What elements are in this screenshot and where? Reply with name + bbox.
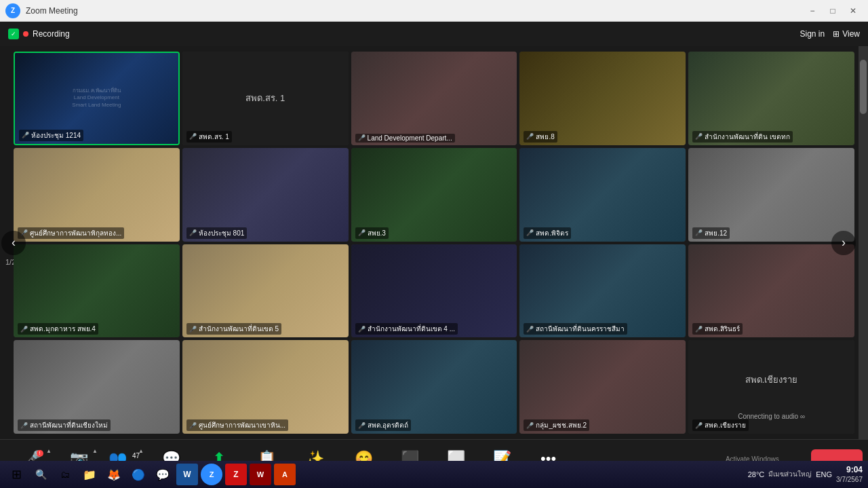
grid-icon: ⊞ bbox=[833, 29, 840, 39]
participant-label-18: 🎤 สพด.อุตรดิตถ์ bbox=[355, 419, 412, 431]
view-button[interactable]: ⊞ View bbox=[833, 29, 860, 39]
window-title: Zoom Meeting bbox=[26, 6, 78, 16]
participant-label-16: 🎤 สถานีพัฒนาที่ดินเชียงใหม่ bbox=[18, 419, 111, 431]
video-cell-18[interactable]: 🎤 สพด.อุตรดิตถ์ bbox=[351, 340, 517, 434]
security-shield-icon: ✓ bbox=[8, 29, 19, 39]
audio-chevron-icon: ▲ bbox=[46, 448, 52, 454]
weather-desc: มีเมฆส่วนใหญ่ bbox=[768, 469, 812, 479]
title-bar: Z Zoom Meeting − □ ✕ bbox=[0, 0, 868, 22]
video-cell-8[interactable]: 🎤 สพย.3 bbox=[351, 148, 517, 242]
video-cell-13[interactable]: 🎤 สำนักงานพัฒนาที่ดินเขต 4 ... bbox=[351, 244, 517, 338]
participants-chevron-icon: ▲ bbox=[138, 448, 144, 454]
video-cell-16[interactable]: 🎤 สถานีพัฒนาที่ดินเชียงใหม่ bbox=[14, 340, 180, 434]
top-toolbar: ✓ Recording Sign in ⊞ View bbox=[0, 22, 868, 46]
video-cell-12[interactable]: 🎤 สำนักงานพัฒนาที่ดินเขต 5 bbox=[182, 244, 349, 338]
video-cell-6[interactable]: 🎤 ศูนย์ศึกษาการพัฒนาพิกุลทอง... bbox=[14, 148, 180, 242]
video-cell-4[interactable]: 🎤 สพย.8 bbox=[519, 52, 686, 145]
video-cell-17[interactable]: 🎤 ศูนย์ศึกษาการพัฒนาเขาหิน... bbox=[182, 340, 349, 434]
zoom-logo-icon: Z bbox=[5, 3, 20, 18]
taskbar-clock: 9:04 3/7/2567 bbox=[836, 464, 863, 485]
windows-taskbar: ⊞ 🔍 🗂 📁 🦊 🔵 💬 W Z Z W A 28°C มีเมฆส่วนให… bbox=[0, 461, 868, 488]
participant-label-5: 🎤 สำนักงานพัฒนาที่ดิน เขตทก bbox=[692, 131, 793, 143]
video-chevron-icon: ▲ bbox=[92, 448, 98, 454]
participant-label-13: 🎤 สำนักงานพัฒนาที่ดินเขต 4 ... bbox=[355, 323, 458, 335]
participant-label-8: 🎤 สพย.3 bbox=[355, 227, 389, 239]
participant-label-17: 🎤 ศูนย์ศึกษาการพัฒนาเขาหิน... bbox=[186, 419, 288, 431]
app-icon-2[interactable]: W bbox=[250, 464, 271, 485]
participant-label-11: 🎤 สพด.มุกดาหาร สพย.4 bbox=[18, 323, 98, 335]
app-icon-3[interactable]: A bbox=[274, 464, 296, 485]
weather-temp: 28°C bbox=[748, 470, 765, 478]
participant-label-15: 🎤 สพด.สิรินธร์ bbox=[692, 323, 743, 335]
clock-date: 3/7/2567 bbox=[836, 475, 863, 485]
search-icon[interactable]: 🔍 bbox=[30, 464, 52, 485]
video-cell-20[interactable]: สพด.เชียงราย Connecting to audio ∞ 🎤 สพด… bbox=[688, 340, 854, 434]
teams-icon[interactable]: 💬 bbox=[152, 464, 174, 485]
task-view-icon[interactable]: 🗂 bbox=[54, 464, 76, 485]
participant-label-20: 🎤 สพด.เชียงราย bbox=[692, 419, 749, 431]
participant-label-12: 🎤 สำนักงานพัฒนาที่ดินเขต 5 bbox=[186, 323, 281, 335]
video-cell-15[interactable]: 🎤 สพด.สิรินธร์ bbox=[688, 244, 854, 338]
participant-label-2: 🎤 สพด.สร. 1 bbox=[186, 131, 232, 143]
next-page-button[interactable]: › bbox=[831, 231, 856, 255]
participant-label-3: 🎤 Land Development Depart... bbox=[355, 134, 455, 143]
video-grid-area: ‹ 1/2 › 1/2 กรม&ม.ค.พัฒนาที่ดิน Land Dev… bbox=[0, 46, 868, 439]
video-cell-11[interactable]: 🎤 สพด.มุกดาหาร สพย.4 bbox=[14, 244, 180, 338]
main-content: ‹ 1/2 › 1/2 กรม&ม.ค.พัฒนาที่ดิน Land Dev… bbox=[0, 46, 868, 439]
sign-in-button[interactable]: Sign in bbox=[800, 29, 825, 39]
video-cell-2[interactable]: สพด.สร. 1 🎤 สพด.สร. 1 bbox=[182, 52, 349, 145]
minimize-button[interactable]: − bbox=[803, 3, 822, 19]
participant-label-9: 🎤 สพด.พิจิตร bbox=[524, 227, 571, 239]
video-grid: กรม&ม.ค.พัฒนาที่ดิน Land Development Sma… bbox=[14, 52, 854, 434]
taskbar-left: ⊞ 🔍 🗂 📁 🦊 🔵 💬 W Z Z W A bbox=[5, 464, 296, 485]
taskbar-right: 28°C มีเมฆส่วนใหญ่ ENG 9:04 3/7/2567 bbox=[748, 464, 863, 485]
video-cell-5[interactable]: 🎤 สำนักงานพัฒนาที่ดิน เขตทก bbox=[688, 52, 854, 145]
video-cell-10[interactable]: 🎤 สพย.12 bbox=[688, 148, 854, 242]
file-explorer-icon[interactable]: 📁 bbox=[79, 464, 100, 485]
start-menu-icon[interactable]: ⊞ bbox=[5, 464, 27, 485]
video-cell-1[interactable]: กรม&ม.ค.พัฒนาที่ดิน Land Development Sma… bbox=[14, 52, 180, 145]
participant-center-label-20: สพด.เชียงราย bbox=[745, 373, 798, 387]
participant-center-label-2: สพด.สร. 1 bbox=[245, 91, 285, 105]
close-button[interactable]: ✕ bbox=[844, 3, 863, 19]
recording-label: Recording bbox=[33, 29, 70, 39]
maximize-button[interactable]: □ bbox=[823, 3, 842, 19]
clock-time: 9:04 bbox=[836, 464, 863, 476]
participant-label-19: 🎤 กลุ่ม_ผชช.สพย.2 bbox=[524, 419, 589, 431]
title-bar-left: Z Zoom Meeting bbox=[5, 3, 78, 18]
recording-dot-icon bbox=[23, 31, 28, 37]
video-cell-19[interactable]: 🎤 กลุ่ม_ผชช.สพย.2 bbox=[519, 340, 686, 434]
lang-indicator: ENG bbox=[816, 470, 832, 478]
participant-label-14: 🎤 สถานีพัฒนาที่ดินนครราชสีมา bbox=[524, 323, 627, 335]
video-cell-14[interactable]: 🎤 สถานีพัฒนาที่ดินนครราชสีมา bbox=[519, 244, 686, 338]
recording-indicator: ✓ Recording bbox=[8, 29, 70, 39]
video-cell-3[interactable]: 🎤 Land Development Depart... bbox=[351, 52, 517, 145]
participant-label-4: 🎤 สพย.8 bbox=[524, 131, 557, 143]
participant-label-7: 🎤 ห้องประชุม 801 bbox=[186, 227, 247, 239]
window-controls: − □ ✕ bbox=[803, 3, 863, 19]
prev-page-button[interactable]: ‹ bbox=[1, 231, 26, 255]
word-icon[interactable]: W bbox=[176, 464, 198, 485]
top-toolbar-right: Sign in ⊞ View bbox=[800, 29, 861, 39]
zoom-taskbar-icon[interactable]: Z bbox=[201, 464, 222, 485]
edge-icon[interactable]: 🔵 bbox=[127, 464, 149, 485]
app-icon-1[interactable]: Z bbox=[225, 464, 247, 485]
participant-label-1: 🎤 ห้องประชุม 1214 bbox=[19, 130, 83, 141]
participant-label-10: 🎤 สพย.12 bbox=[692, 227, 730, 239]
firefox-icon[interactable]: 🦊 bbox=[103, 464, 125, 485]
video-cell-7[interactable]: 🎤 ห้องประชุม 801 bbox=[182, 148, 349, 242]
video-cell-9[interactable]: 🎤 สพด.พิจิตร bbox=[519, 148, 686, 242]
participant-label-6: 🎤 ศูนย์ศึกษาการพัฒนาพิกุลทอง... bbox=[18, 227, 124, 239]
